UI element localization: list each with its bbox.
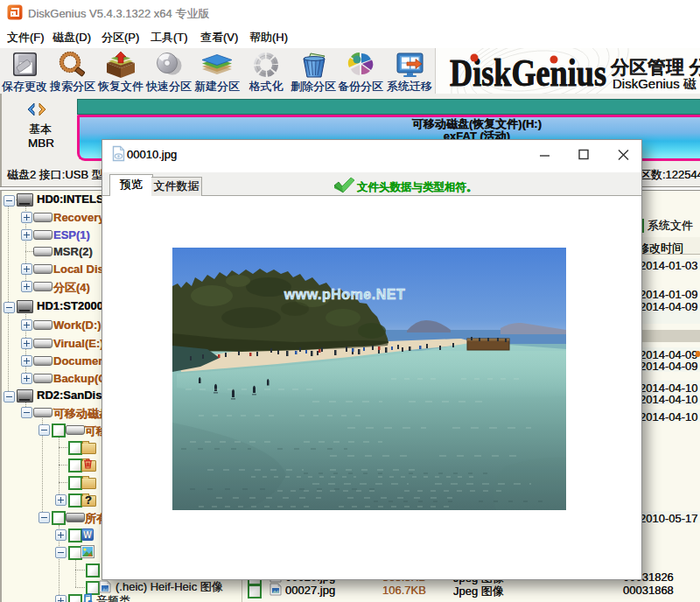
svg-text:W: W — [83, 530, 92, 540]
svg-text:www.pHome.NET: www.pHome.NET — [284, 287, 405, 302]
svg-text:分区管理 分: 分区管理 分 — [610, 57, 700, 77]
svg-text:DiskGenius 磁: DiskGenius 磁 — [612, 76, 696, 91]
